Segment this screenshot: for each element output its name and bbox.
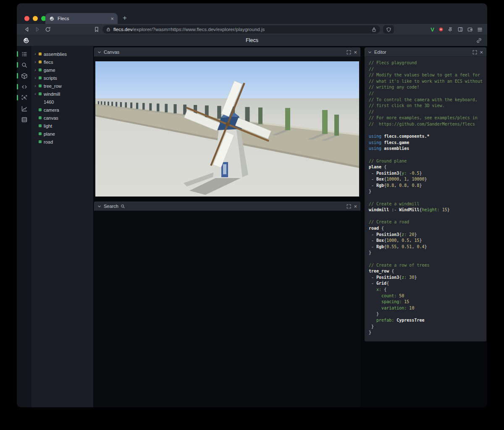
reload-icon[interactable] xyxy=(45,26,51,33)
extensions-puzzle-icon[interactable] xyxy=(448,26,454,32)
code-editor[interactable]: // Flecs playground//// Modify the value… xyxy=(365,57,486,341)
tree-item-assemblies[interactable]: ›assemblies xyxy=(32,50,93,58)
code-line: // Modify the values below to get a feel… xyxy=(369,72,486,79)
canvas-panel-header[interactable]: Canvas × xyxy=(94,47,360,57)
fullscreen-icon[interactable] xyxy=(346,50,351,55)
components-icon xyxy=(21,73,28,79)
close-icon[interactable]: × xyxy=(354,50,357,55)
rail-button-charts[interactable] xyxy=(17,103,32,114)
window-controls xyxy=(24,16,46,21)
wallet-icon[interactable] xyxy=(467,26,473,32)
code-line xyxy=(369,213,486,220)
tree-item-flecs[interactable]: ›flecs xyxy=(32,58,93,66)
search-results-area[interactable] xyxy=(94,211,360,407)
chevron-right-icon[interactable]: › xyxy=(34,60,37,64)
tab-strip: Flecs × + xyxy=(17,3,487,24)
canvas-3d-scene[interactable] xyxy=(95,61,359,197)
tree-item-label: scripts xyxy=(44,76,57,81)
url-host: flecs.dev xyxy=(113,27,132,32)
tree-item-canvas[interactable]: canvas xyxy=(32,114,93,122)
tree-item-plane[interactable]: plane xyxy=(32,130,93,138)
tree-item-label: flecs xyxy=(44,60,53,65)
code-line: // Ground plane xyxy=(369,158,486,165)
chevron-right-icon[interactable]: › xyxy=(34,92,37,96)
chevron-right-icon[interactable]: › xyxy=(34,52,37,56)
code-line: // xyxy=(369,91,486,97)
code-line xyxy=(369,195,486,201)
tab-close-icon[interactable]: × xyxy=(110,16,114,21)
tree-item-light[interactable]: light xyxy=(32,122,93,130)
fullscreen-icon[interactable] xyxy=(346,204,351,209)
code-line: - Box{10000, 1, 10000} xyxy=(369,176,486,183)
tree-item-windmill[interactable]: ›windmill xyxy=(32,90,93,98)
code-line: tree_row { xyxy=(369,268,486,275)
chevron-down-icon[interactable] xyxy=(368,50,372,54)
code-line: } xyxy=(369,330,486,336)
sidebar-toggle-icon[interactable] xyxy=(457,26,463,32)
address-bar[interactable]: flecs.dev/explorer/?wasm=https://www.fle… xyxy=(102,25,380,34)
rail-button-components[interactable] xyxy=(17,71,32,81)
chevron-down-icon[interactable] xyxy=(97,205,101,208)
rail-button-entities[interactable] xyxy=(17,49,32,60)
extensions-area: V xyxy=(430,24,483,35)
active-indicator xyxy=(17,95,18,100)
code-line xyxy=(369,152,486,158)
code-line: // xyxy=(369,109,486,115)
rail-button-inspect[interactable] xyxy=(17,92,32,103)
minimize-window-button[interactable] xyxy=(33,16,38,21)
tree-item-game[interactable]: ›game xyxy=(32,66,93,74)
editor-panel-header[interactable]: Editor × xyxy=(365,47,486,57)
code-line: using flecs.game xyxy=(369,140,486,146)
entity-color-icon xyxy=(39,76,42,79)
share-link-icon[interactable] xyxy=(476,37,482,44)
rail-button-tables[interactable] xyxy=(17,114,32,125)
code-line xyxy=(369,128,486,134)
tree-item-scripts[interactable]: ›scripts xyxy=(32,74,93,82)
brave-shield-button[interactable] xyxy=(383,25,394,34)
bookmark-icon[interactable] xyxy=(93,26,100,33)
code-line: // To control the camera with the keyboa… xyxy=(369,97,486,103)
canvas-panel-title: Canvas xyxy=(104,50,344,55)
url-text: flecs.dev/explorer/?wasm=https://www.fle… xyxy=(113,27,369,32)
code-line: // writing any code! xyxy=(369,84,486,91)
entity-color-icon xyxy=(39,92,42,95)
rail-button-search[interactable] xyxy=(17,60,32,71)
tab-favicon-flecs-logo-icon xyxy=(49,16,55,21)
close-icon[interactable]: × xyxy=(354,204,357,209)
entity-color-icon xyxy=(39,60,42,63)
browser-tab[interactable]: Flecs × xyxy=(45,13,118,24)
entity-color-icon xyxy=(39,84,42,87)
close-icon[interactable]: × xyxy=(480,50,483,55)
code-line: // For more examples, see examples/plecs… xyxy=(369,115,486,121)
tree-item-tree_row[interactable]: ›tree_row xyxy=(32,82,93,90)
tree-item-road[interactable]: road xyxy=(32,138,93,146)
code-line: - Rgb{0.55, 0.51, 0.4} xyxy=(369,244,486,250)
entities-icon xyxy=(21,51,28,58)
code-line: variation: 10 xyxy=(369,305,486,312)
search-panel: Search × xyxy=(94,202,360,407)
chevron-right-icon[interactable]: › xyxy=(34,76,37,80)
code-line: // first click on the 3D view. xyxy=(369,103,486,109)
url-path: /explorer/?wasm=https://www.flecs.dev/ex… xyxy=(132,27,265,32)
back-icon[interactable] xyxy=(24,26,30,33)
close-window-button[interactable] xyxy=(24,16,29,21)
tree-item-1460[interactable]: 1460 xyxy=(32,98,93,106)
entity-tree: ›assemblies›flecs›game›scripts›tree_row›… xyxy=(32,46,93,407)
vimium-extension-icon[interactable]: V xyxy=(430,26,434,33)
fullscreen-icon[interactable] xyxy=(472,50,477,55)
chevron-right-icon[interactable]: › xyxy=(34,84,37,88)
share-icon[interactable] xyxy=(371,27,377,32)
flecs-logo-icon[interactable] xyxy=(23,37,30,44)
tree-item-camera[interactable]: camera xyxy=(32,106,93,114)
chevron-down-icon[interactable] xyxy=(97,50,101,54)
rail-button-scripts[interactable] xyxy=(17,81,32,92)
entity-color-icon xyxy=(39,140,42,143)
new-tab-button[interactable]: + xyxy=(123,14,127,22)
code-line: - Grid{ xyxy=(369,281,486,287)
menu-icon[interactable] xyxy=(477,26,483,33)
chevron-right-icon[interactable]: › xyxy=(34,68,37,72)
code-line: // Flecs playground xyxy=(369,60,486,66)
red-extension-icon[interactable] xyxy=(438,26,444,32)
forward-icon[interactable] xyxy=(34,26,41,33)
search-panel-header[interactable]: Search × xyxy=(94,202,360,211)
